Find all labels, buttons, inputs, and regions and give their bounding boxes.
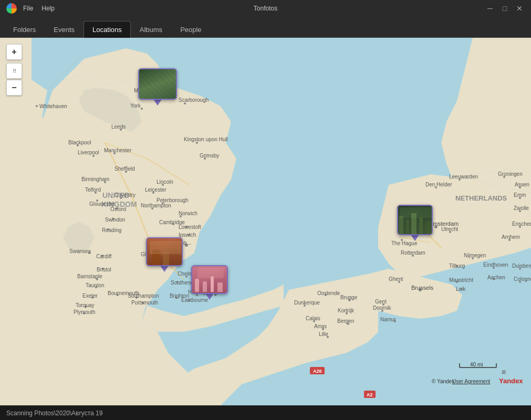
svg-text:Peterborough: Peterborough (157, 197, 189, 203)
svg-text:Southampton: Southampton (128, 293, 159, 299)
svg-text:Leeds: Leeds (111, 124, 126, 130)
svg-text:Rotterdam: Rotterdam (401, 250, 425, 256)
photo-thumbnail-amsterdam (397, 205, 433, 235)
svg-text:Northampton: Northampton (141, 203, 171, 208)
svg-point-15 (141, 108, 143, 110)
tab-albums[interactable]: Albums (131, 21, 171, 38)
tab-locations[interactable]: Locations (84, 21, 131, 38)
svg-text:Nijmegen: Nijmegen (464, 253, 486, 258)
svg-text:Lincoln: Lincoln (157, 179, 173, 185)
svg-text:Namur: Namur (380, 317, 397, 322)
svg-text:Maastricht: Maastricht (449, 277, 473, 283)
svg-text:Gloucester: Gloucester (89, 201, 115, 207)
drag-icon: ⠿ (13, 68, 16, 74)
svg-text:Plymouth: Plymouth (74, 309, 96, 315)
zoom-in-button[interactable]: + (6, 44, 22, 60)
title-bar-controls: ─ □ ✕ (485, 4, 525, 13)
photo-thumbnail-london (191, 265, 228, 294)
svg-text:Eindhoven: Eindhoven (483, 262, 508, 268)
svg-text:Oostende: Oostende (317, 290, 340, 296)
photo-pin-york[interactable] (138, 68, 177, 106)
svg-text:Brussels: Brussels (411, 285, 434, 291)
svg-text:Arnhem: Arnhem (502, 234, 520, 240)
svg-text:Assen: Assen (515, 182, 529, 187)
svg-text:Luik: Luik (456, 286, 466, 292)
svg-text:Groningen: Groningen (498, 171, 523, 177)
svg-text:Lille: Lille (319, 331, 328, 337)
app-icon (6, 3, 17, 14)
map-drag-button[interactable]: ⠿ (6, 63, 22, 79)
title-bar: File Help Tonfotos ─ □ ✕ (0, 0, 531, 17)
svg-text:Brugge: Brugge (340, 295, 358, 300)
menu-file[interactable]: File (23, 5, 33, 12)
svg-text:Utrecht: Utrecht (441, 226, 458, 232)
svg-text:Leeuwarden: Leeuwarden (449, 174, 478, 180)
svg-text:Swansea: Swansea (69, 248, 91, 254)
svg-text:Taunton: Taunton (86, 282, 105, 288)
svg-text:Torquay: Torquay (76, 302, 95, 308)
svg-text:Cologne: Cologne (514, 276, 531, 282)
photo-pin-london[interactable] (191, 265, 228, 300)
svg-text:⊞: ⊞ (502, 369, 506, 375)
svg-text:NETHERLANDS: NETHERLANDS (455, 194, 507, 202)
map-controls: + ⠿ − (6, 44, 22, 96)
photo-pin-triangle-oxford (160, 266, 169, 272)
svg-text:Barnstaple: Barnstaple (77, 274, 102, 279)
svg-text:Ghent: Ghent (389, 276, 403, 282)
svg-text:Liverpool: Liverpool (78, 150, 99, 155)
svg-text:Scarborough: Scarborough (179, 97, 209, 103)
svg-text:Telford: Telford (85, 187, 101, 193)
title-bar-left: File Help (6, 3, 55, 14)
minimize-button[interactable]: ─ (485, 4, 495, 13)
svg-text:Swindon: Swindon (105, 217, 125, 223)
status-text: Scanning Photos\2020\Августа 19 (6, 410, 102, 417)
svg-text:Arras: Arras (314, 323, 327, 329)
svg-text:Blackpool: Blackpool (68, 140, 91, 145)
photo-thumbnail-oxford (146, 237, 183, 266)
window-title: Tonfotos (254, 5, 277, 12)
svg-point-9 (36, 105, 38, 107)
status-bar: Scanning Photos\2020\Августа 19 (0, 405, 531, 420)
svg-text:Oxford: Oxford (110, 206, 126, 212)
nav-bar: Folders Events Locations Albums People (0, 17, 531, 38)
photo-pin-amsterdam[interactable] (397, 205, 433, 241)
menu-help[interactable]: Help (41, 5, 55, 12)
map-background: Whitehaven Middlesbrough Scarborough Yor… (0, 38, 531, 405)
svg-text:Duisberg: Duisberg (512, 263, 531, 269)
svg-text:Yandex: Yandex (499, 377, 523, 385)
svg-text:Exeter: Exeter (82, 293, 98, 299)
svg-text:© Yandex: © Yandex (432, 379, 454, 384)
tab-events[interactable]: Events (45, 21, 84, 38)
svg-text:Bergen: Bergen (337, 318, 354, 324)
svg-text:Leicester: Leicester (145, 187, 166, 193)
svg-text:The Hague: The Hague (391, 240, 418, 246)
svg-text:Coventry: Coventry (114, 192, 136, 198)
svg-text:Kingston upon Hull: Kingston upon Hull (184, 136, 228, 142)
svg-text:Dunkerque: Dunkerque (294, 300, 320, 306)
photo-thumbnail-york (138, 68, 177, 100)
close-button[interactable]: ✕ (514, 4, 525, 13)
svg-text:Calais: Calais (306, 316, 320, 321)
svg-text:40 mi: 40 mi (470, 362, 483, 368)
tab-people[interactable]: People (171, 21, 210, 38)
svg-text:Aachen: Aachen (487, 275, 505, 280)
svg-text:Birmingham: Birmingham (81, 176, 109, 182)
svg-text:Portsmouth: Portsmouth (131, 300, 158, 306)
svg-text:A2: A2 (367, 392, 373, 397)
svg-text:Grimsby: Grimsby (200, 153, 219, 159)
svg-text:Den Helder: Den Helder (425, 182, 452, 187)
map-container[interactable]: Whitehaven Middlesbrough Scarborough Yor… (0, 38, 531, 405)
svg-text:Sheffield: Sheffield (114, 166, 135, 172)
svg-text:Cambridge: Cambridge (159, 219, 185, 225)
svg-text:Norwich: Norwich (179, 211, 197, 216)
photo-pin-triangle-london (205, 293, 214, 300)
photo-pin-oxford[interactable] (146, 237, 183, 272)
photo-pin-triangle-york (153, 99, 162, 106)
maximize-button[interactable]: □ (499, 4, 510, 13)
svg-text:Doornik: Doornik (373, 305, 391, 311)
svg-text:Tilburg: Tilburg (449, 263, 465, 269)
svg-text:User Agreement: User Agreement (452, 379, 490, 384)
zoom-out-button[interactable]: − (6, 80, 22, 96)
svg-text:Cardiff: Cardiff (96, 254, 111, 259)
tab-folders[interactable]: Folders (4, 21, 45, 38)
